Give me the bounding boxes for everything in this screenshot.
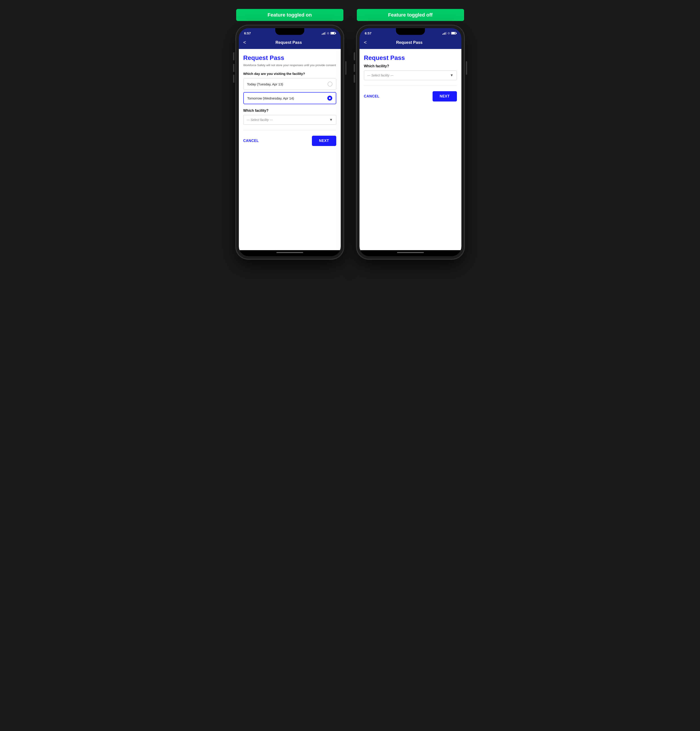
notch-right xyxy=(396,28,425,35)
select-arrow-left: ▼ xyxy=(329,118,333,122)
action-row-right: CANCEL NEXT xyxy=(364,91,457,101)
screen-content-left: Request Pass Workforce Safety will not s… xyxy=(239,49,341,250)
battery-icon-left xyxy=(331,32,335,34)
home-bar-right xyxy=(397,252,424,253)
facility-placeholder-left: --- Select facility --- xyxy=(247,118,273,122)
home-indicator-left xyxy=(239,250,341,256)
nav-title-right: Request Pass xyxy=(369,40,450,45)
select-arrow-right: ▼ xyxy=(450,73,454,77)
radio-today xyxy=(328,82,332,87)
signal-icon-left xyxy=(322,32,326,35)
status-bar-right: 6:57 ⊙ xyxy=(359,28,461,37)
day-question-label: Which day are you visiting the facility? xyxy=(243,72,336,76)
nav-bar-right: < Request Pass xyxy=(359,37,461,49)
time-right: 6:57 xyxy=(365,31,372,35)
facility-label-left: Which facility? xyxy=(243,109,336,113)
next-button-left[interactable]: NEXT xyxy=(312,136,336,146)
radio-tomorrow xyxy=(327,96,332,101)
status-icons-left: ⊙ xyxy=(322,32,335,35)
battery-icon-right xyxy=(451,32,456,34)
phone-on: 6:57 ⊙ < Request Pass xyxy=(236,25,343,259)
wifi-icon-left: ⊙ xyxy=(327,32,329,35)
home-indicator-right xyxy=(359,250,461,256)
home-bar-left xyxy=(276,252,303,253)
option-tomorrow[interactable]: Tomorrow (Wednesday, Apr 14) xyxy=(243,92,336,104)
phone-off: 6:57 ⊙ < Request Pass xyxy=(357,25,464,259)
option-today-label: Today (Tuesday, Apr 13) xyxy=(247,82,283,86)
nav-title-left: Request Pass xyxy=(248,40,329,45)
page-subtitle-left: Workforce Safety will not store your res… xyxy=(243,63,336,67)
facility-placeholder-right: --- Select facility --- xyxy=(367,73,394,77)
time-left: 6:57 xyxy=(244,31,251,35)
status-bar-left: 6:57 ⊙ xyxy=(239,28,341,37)
page-title-right: Request Pass xyxy=(364,54,457,62)
screen-content-right: Request Pass Which facility? --- Select … xyxy=(359,49,461,250)
cancel-button-right[interactable]: CANCEL xyxy=(364,92,379,101)
feature-off-badge: Feature toggled off xyxy=(357,9,464,21)
facility-select-right[interactable]: --- Select facility --- ▼ xyxy=(364,70,457,80)
back-button-right[interactable]: < xyxy=(364,40,367,46)
right-column: Feature toggled off 6:57 ⊙ xyxy=(357,9,464,259)
action-row-left: CANCEL NEXT xyxy=(243,136,336,146)
next-button-right[interactable]: NEXT xyxy=(432,91,457,101)
notch-left xyxy=(275,28,304,35)
cancel-button-left[interactable]: CANCEL xyxy=(243,137,259,145)
option-tomorrow-label: Tomorrow (Wednesday, Apr 14) xyxy=(247,96,294,100)
wifi-icon-right: ⊙ xyxy=(448,32,450,35)
left-column: Feature toggled on 6:57 ⊙ xyxy=(236,9,343,259)
page-title-left: Request Pass xyxy=(243,54,336,62)
status-icons-right: ⊙ xyxy=(442,32,456,35)
option-today[interactable]: Today (Tuesday, Apr 13) xyxy=(243,78,336,90)
back-button-left[interactable]: < xyxy=(243,40,246,46)
signal-icon-right xyxy=(442,32,447,35)
feature-on-badge: Feature toggled on xyxy=(236,9,343,21)
nav-bar-left: < Request Pass xyxy=(239,37,341,49)
facility-select-left[interactable]: --- Select facility --- ▼ xyxy=(243,115,336,125)
facility-label-right: Which facility? xyxy=(364,64,457,68)
